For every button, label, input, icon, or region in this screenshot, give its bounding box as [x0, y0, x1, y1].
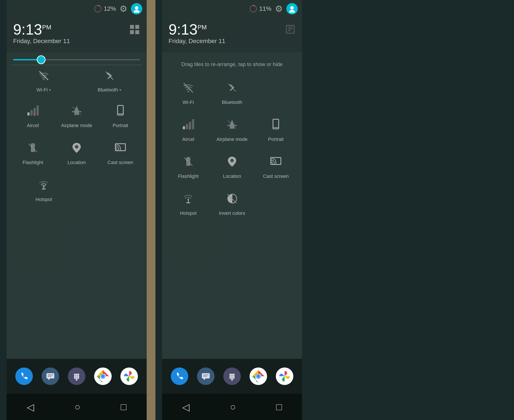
right-signal-icon: ! [182, 118, 195, 134]
svg-rect-70 [186, 160, 190, 166]
right-photos-app-icon[interactable] [276, 368, 293, 385]
right-app-dock [162, 359, 302, 394]
settings-icon[interactable]: ⚙ [120, 4, 127, 14]
chrome-app-icon[interactable] [94, 368, 112, 385]
svg-point-47 [101, 375, 105, 378]
wifi-toggle[interactable]: Wi-Fi ▾ [11, 65, 77, 95]
right-tile-airplane[interactable]: Airplane mode [210, 113, 254, 146]
tile-location[interactable]: Location [55, 136, 99, 169]
svg-point-35 [76, 374, 77, 375]
svg-point-85 [230, 375, 231, 377]
svg-line-11 [106, 71, 113, 80]
svg-point-42 [77, 377, 79, 379]
svg-point-84 [233, 374, 235, 375]
grid-icon[interactable] [129, 24, 140, 37]
right-chrome-app-icon[interactable] [250, 368, 267, 385]
right-airplane-icon [226, 118, 238, 134]
right-bluetooth-label: Bluetooth [222, 99, 242, 105]
right-tile-hotspot[interactable]: Hotspot [166, 187, 210, 220]
portrait-icon [114, 105, 127, 120]
right-wifi-off-icon [182, 81, 195, 97]
right-aircel-label: Aircel [182, 136, 194, 142]
tile-aircel[interactable]: ! Aircel [11, 99, 55, 132]
home-button[interactable]: ○ [74, 401, 80, 412]
signal-icon: ! [26, 105, 39, 120]
phone-app-icon[interactable] [15, 368, 33, 385]
brightness-track[interactable] [13, 59, 140, 60]
right-tile-location[interactable]: Location [210, 150, 254, 183]
right-messages-app-icon[interactable] [197, 368, 215, 385]
tile-hotspot[interactable]: Hotspot [11, 173, 77, 206]
right-tile-aircel[interactable]: ! Aircel [166, 113, 210, 146]
svg-point-95 [257, 375, 260, 378]
svg-point-72 [230, 159, 234, 162]
right-user-avatar[interactable] [286, 3, 298, 15]
svg-point-90 [233, 377, 235, 379]
tile-cast[interactable]: Cast screen [99, 136, 142, 169]
back-button[interactable]: ◁ [27, 401, 34, 412]
right-tiles-row0: Wi-Fi Bluetooth [166, 76, 298, 109]
svg-point-34 [74, 374, 76, 375]
tiles-grid-row3: Hotspot [11, 173, 142, 206]
left-status-bar: 12% ⚙ [7, 0, 147, 17]
airplane-label: Airplane mode [61, 123, 92, 128]
right-status-bar: 11% ⚙ [162, 0, 302, 17]
messages-app-icon[interactable] [42, 368, 59, 385]
photos-app-icon[interactable] [120, 368, 138, 385]
right-tile-invert[interactable]: Invert colors [210, 187, 254, 220]
svg-point-82 [230, 374, 231, 375]
tile-airplane[interactable]: Airplane mode [55, 99, 99, 132]
time-display: 9:13PM [13, 22, 70, 37]
battery-indicator: 12% [94, 5, 116, 13]
svg-point-2 [135, 6, 138, 10]
right-tile-cast[interactable]: Cast screen [254, 150, 298, 183]
right-bluetooth-off-icon [226, 81, 238, 97]
svg-rect-22 [31, 146, 35, 152]
wifi-label: Wi-Fi ▾ [37, 87, 51, 93]
left-quick-settings: Wi-Fi ▾ Bluetooth ▾ [7, 52, 147, 359]
right-back-button[interactable]: ◁ [182, 401, 190, 412]
recents-button[interactable]: □ [121, 401, 127, 412]
invert-colors-label: Invert colors [219, 210, 245, 216]
brightness-thumb[interactable] [37, 55, 46, 64]
svg-point-37 [74, 375, 76, 377]
right-hotspot-label: Hotspot [180, 210, 197, 216]
svg-point-91 [231, 379, 233, 381]
dialer-app-icon[interactable] [68, 368, 85, 385]
tile-flashlight[interactable]: Flashlight [11, 136, 55, 169]
edit-icon[interactable] [285, 24, 296, 37]
right-tiles-row3: Hotspot Invert colors [166, 187, 298, 220]
right-home-button[interactable]: ○ [230, 401, 236, 412]
svg-marker-13 [31, 110, 33, 115]
right-settings-icon[interactable]: ⚙ [275, 4, 283, 14]
svg-point-43 [76, 379, 77, 381]
right-date-display: Friday, December 11 [169, 38, 225, 45]
right-dialer-app-icon[interactable] [223, 368, 241, 385]
svg-marker-21 [31, 143, 35, 146]
bluetooth-toggle[interactable]: Bluetooth ▾ [77, 65, 142, 95]
right-flashlight-label: Flashlight [178, 173, 199, 179]
cast-label: Cast screen [107, 160, 133, 165]
tiles-grid-row1: ! Aircel Airplane mode [11, 99, 142, 132]
right-tile-portrait[interactable]: Portrait [254, 113, 298, 146]
right-tile-wifi[interactable]: Wi-Fi [166, 76, 210, 109]
right-recents-button[interactable]: □ [276, 401, 282, 412]
tile-portrait[interactable]: Portrait [99, 99, 142, 132]
right-location-label: Location [223, 173, 241, 179]
brightness-row[interactable] [11, 59, 142, 60]
svg-point-9 [43, 78, 45, 80]
user-avatar[interactable] [131, 3, 142, 15]
location-icon [70, 142, 83, 157]
right-tile-flashlight[interactable]: Flashlight [166, 150, 210, 183]
left-nav-bar: ◁ ○ □ [7, 394, 147, 420]
right-notification-bar: 9:13PM Friday, December 11 [162, 17, 302, 52]
date-display: Friday, December 11 [13, 38, 70, 45]
left-bottom-bar: ◁ ○ □ [7, 359, 147, 420]
right-phone-app-icon[interactable] [171, 368, 188, 385]
right-tile-bluetooth[interactable]: Bluetooth [210, 76, 254, 109]
right-battery-indicator: 11% [249, 5, 271, 13]
svg-marker-61 [186, 124, 188, 129]
flashlight-label: Flashlight [23, 160, 43, 165]
svg-point-52 [289, 10, 295, 13]
right-airplane-label: Airplane mode [216, 136, 248, 142]
